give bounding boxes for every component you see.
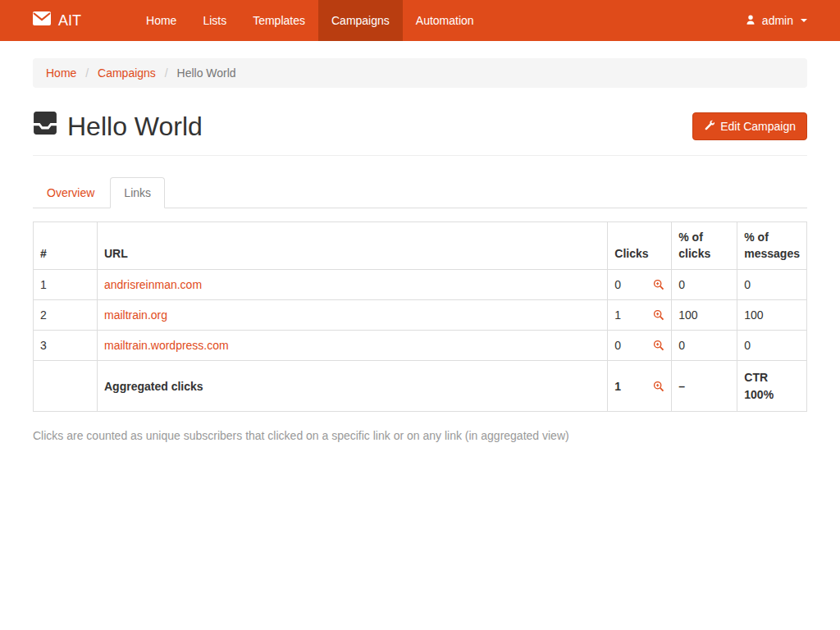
breadcrumb: Home / Campaigns / Hello World bbox=[33, 58, 807, 88]
brand-label: AIT bbox=[58, 12, 81, 30]
zoom-in-icon[interactable] bbox=[653, 340, 664, 351]
main-nav: Home Lists Templates Campaigns Automatio… bbox=[133, 0, 487, 41]
pct-messages-value: 0 bbox=[737, 269, 807, 299]
links-table: # URL Clicks % of clicks % of messages 1… bbox=[33, 221, 807, 412]
tab-overview: Overview bbox=[33, 177, 108, 208]
breadcrumb-home[interactable]: Home bbox=[46, 66, 76, 80]
edit-campaign-button[interactable]: Edit Campaign bbox=[692, 112, 807, 140]
zoom-in-icon[interactable] bbox=[653, 381, 664, 392]
aggregate-label: Aggregated clicks bbox=[98, 361, 608, 412]
clicks-value: 0 bbox=[614, 276, 621, 293]
zoom-in-icon[interactable] bbox=[653, 309, 664, 321]
user-menu[interactable]: admin bbox=[733, 0, 807, 41]
breadcrumb-separator: / bbox=[159, 66, 174, 80]
col-header-pct-messages: % of messages bbox=[737, 222, 807, 270]
pct-clicks-value: 0 bbox=[672, 269, 737, 299]
table-header-row: # URL Clicks % of clicks % of messages bbox=[34, 222, 807, 270]
nav-item-automation: Automation bbox=[403, 0, 487, 41]
clicks-value: 1 bbox=[614, 307, 621, 323]
table-row: 3 mailtrain.wordpress.com 0 0 0 bbox=[34, 331, 807, 361]
nav-item-templates: Templates bbox=[240, 0, 318, 41]
pct-messages-value: 100 bbox=[737, 299, 807, 330]
user-icon bbox=[745, 14, 756, 28]
col-header-pct-clicks: % of clicks bbox=[672, 222, 737, 270]
envelope-icon bbox=[33, 11, 51, 30]
caret-down-icon bbox=[801, 19, 807, 22]
pct-clicks-value: 100 bbox=[672, 299, 737, 330]
wrench-icon bbox=[704, 120, 714, 133]
navbar: AIT Home Lists Templates Campaigns Autom… bbox=[0, 0, 840, 41]
row-num: 3 bbox=[34, 331, 98, 361]
tabs: Overview Links bbox=[33, 177, 807, 208]
breadcrumb-separator: / bbox=[80, 66, 94, 80]
breadcrumb-current: Hello World bbox=[177, 66, 236, 80]
row-num: 1 bbox=[34, 269, 98, 299]
breadcrumb-campaigns[interactable]: Campaigns bbox=[98, 66, 156, 80]
pct-clicks-value: – bbox=[672, 361, 737, 412]
nav-item-campaigns: Campaigns bbox=[318, 0, 403, 41]
aggregate-row: Aggregated clicks 1 – CTR 100% bbox=[34, 361, 807, 412]
nav-item-home: Home bbox=[133, 0, 189, 41]
zoom-in-icon[interactable] bbox=[653, 279, 664, 290]
col-header-url: URL bbox=[98, 222, 608, 270]
row-num bbox=[34, 361, 98, 412]
col-header-num: # bbox=[34, 222, 98, 270]
url-link[interactable]: mailtrain.wordpress.com bbox=[104, 339, 229, 352]
url-link[interactable]: mailtrain.org bbox=[104, 308, 167, 322]
clicks-value: 1 bbox=[614, 378, 621, 395]
pct-clicks-value: 0 bbox=[672, 331, 737, 361]
brand-link[interactable]: AIT bbox=[33, 0, 94, 41]
clicks-note: Clicks are counted as unique subscribers… bbox=[33, 429, 807, 442]
col-header-clicks: Clicks bbox=[608, 222, 672, 270]
page-title: Hello World bbox=[33, 111, 203, 142]
table-row: 2 mailtrain.org 1 100 100 bbox=[34, 299, 807, 330]
pct-messages-value: CTR 100% bbox=[737, 361, 807, 412]
table-row: 1 andrisreinman.com 0 0 0 bbox=[34, 269, 807, 299]
row-num: 2 bbox=[34, 299, 98, 330]
url-link[interactable]: andrisreinman.com bbox=[104, 278, 202, 291]
nav-item-lists: Lists bbox=[189, 0, 240, 41]
tab-links: Links bbox=[110, 177, 165, 208]
page-header: Hello World Edit Campaign bbox=[33, 103, 807, 156]
inbox-icon bbox=[33, 111, 57, 142]
pct-messages-value: 0 bbox=[737, 331, 807, 361]
clicks-value: 0 bbox=[614, 337, 621, 354]
user-name: admin bbox=[762, 14, 793, 27]
